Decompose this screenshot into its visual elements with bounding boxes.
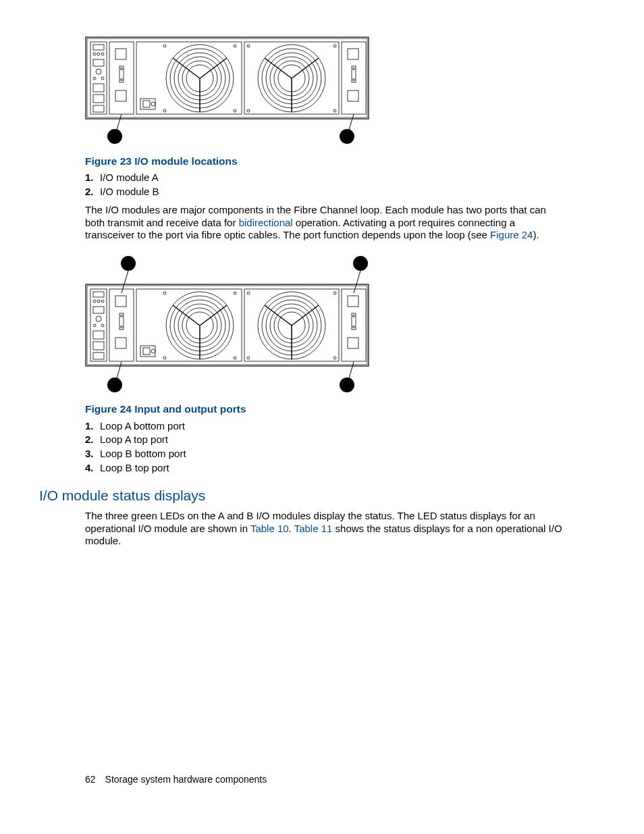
svg-rect-78 [115, 338, 126, 348]
svg-point-44 [333, 109, 336, 112]
svg-point-57 [353, 256, 368, 271]
svg-rect-74 [115, 296, 126, 307]
svg-point-65 [101, 300, 104, 303]
svg-rect-46 [348, 49, 358, 59]
svg-point-90 [234, 292, 236, 294]
figure-23-caption: Figure 23 I/O module locations [85, 155, 567, 167]
paragraph-io-status: The three green LEDs on the A and B I/O … [85, 510, 567, 548]
svg-point-91 [163, 357, 166, 359]
svg-line-56 [122, 271, 128, 293]
svg-rect-62 [93, 292, 104, 297]
figure-24-list: 1.Loop A bottom port 2.Loop A top port 3… [85, 420, 567, 475]
paragraph-io-modules: The I/O modules are major components in … [85, 204, 567, 242]
svg-rect-16 [119, 66, 124, 82]
svg-point-52 [107, 129, 122, 144]
svg-point-100 [247, 292, 250, 294]
svg-rect-19 [115, 90, 126, 101]
fig23-item-2: I/O module B [100, 186, 159, 197]
svg-rect-11 [93, 84, 104, 92]
svg-point-82 [151, 349, 155, 353]
svg-rect-81 [143, 348, 150, 355]
svg-rect-70 [93, 331, 104, 339]
svg-point-68 [93, 324, 96, 327]
svg-point-92 [234, 357, 236, 359]
svg-point-89 [163, 292, 166, 294]
svg-rect-3 [93, 45, 104, 50]
svg-point-43 [247, 109, 250, 112]
figure-24-caption: Figure 24 Input and output ports [85, 402, 567, 415]
svg-point-10 [101, 77, 104, 80]
fig23-item-1: I/O module A [100, 172, 159, 183]
svg-rect-14 [109, 42, 134, 114]
svg-point-76 [121, 315, 123, 317]
svg-point-67 [96, 316, 101, 321]
svg-rect-66 [93, 307, 104, 313]
svg-point-5 [97, 53, 100, 55]
svg-point-18 [121, 79, 123, 81]
svg-point-4 [93, 53, 96, 55]
svg-point-64 [97, 300, 100, 303]
footer-title: Storage system hardware components [105, 774, 267, 785]
svg-point-41 [247, 45, 250, 47]
svg-rect-80 [140, 346, 155, 357]
svg-point-63 [93, 300, 96, 303]
figure-23-list: 1.I/O module A 2.I/O module B [85, 172, 567, 199]
svg-point-30 [163, 45, 166, 47]
svg-rect-109 [348, 338, 358, 348]
fig24-item-1: Loop A bottom port [100, 420, 185, 432]
page-number: 62 [85, 774, 96, 785]
svg-rect-71 [93, 342, 104, 350]
svg-point-55 [121, 256, 136, 271]
link-table-10[interactable]: Table 10 [250, 523, 289, 534]
svg-rect-21 [140, 99, 155, 109]
svg-point-102 [247, 357, 250, 359]
svg-rect-106 [352, 313, 356, 330]
svg-rect-50 [348, 90, 358, 101]
svg-rect-22 [143, 101, 150, 107]
svg-point-33 [234, 109, 236, 112]
link-table-11[interactable]: Table 11 [294, 523, 333, 534]
svg-rect-104 [342, 289, 366, 361]
svg-point-8 [96, 69, 101, 74]
fig24-item-4: Loop B top port [100, 462, 169, 473]
svg-rect-75 [119, 313, 124, 330]
section-heading-io-status: I/O module status displays [39, 487, 567, 504]
svg-point-111 [107, 377, 122, 392]
svg-rect-15 [115, 49, 126, 59]
svg-rect-79 [136, 289, 242, 361]
svg-rect-47 [352, 66, 356, 82]
svg-point-42 [333, 45, 336, 47]
svg-rect-0 [86, 37, 369, 119]
page-footer: 62Storage system hardware components [85, 774, 267, 786]
svg-point-32 [163, 109, 166, 112]
svg-point-31 [234, 45, 236, 47]
svg-point-101 [333, 292, 336, 294]
svg-point-6 [101, 53, 104, 55]
link-figure-24[interactable]: Figure 24 [490, 229, 533, 240]
svg-point-108 [353, 326, 355, 328]
svg-line-58 [354, 271, 360, 293]
svg-point-48 [353, 68, 355, 70]
svg-rect-12 [93, 95, 104, 103]
svg-point-69 [101, 324, 104, 327]
svg-point-103 [333, 357, 336, 359]
svg-point-23 [151, 102, 155, 106]
svg-point-17 [121, 68, 123, 70]
svg-point-9 [93, 77, 96, 80]
svg-rect-105 [348, 296, 358, 307]
svg-rect-45 [342, 42, 366, 114]
figure-24-diagram [85, 254, 567, 396]
svg-rect-59 [86, 284, 369, 366]
fig24-item-2: Loop A top port [100, 434, 168, 445]
svg-rect-7 [93, 59, 104, 66]
svg-point-107 [353, 315, 355, 317]
svg-point-49 [353, 79, 355, 81]
svg-rect-20 [136, 42, 242, 114]
svg-point-77 [121, 326, 123, 328]
svg-point-54 [340, 129, 354, 144]
fig24-item-3: Loop B bottom port [100, 448, 186, 459]
svg-rect-72 [93, 353, 104, 359]
link-bidirectional[interactable]: bidirectional [239, 217, 293, 228]
svg-point-113 [340, 377, 354, 392]
svg-rect-73 [109, 289, 134, 361]
